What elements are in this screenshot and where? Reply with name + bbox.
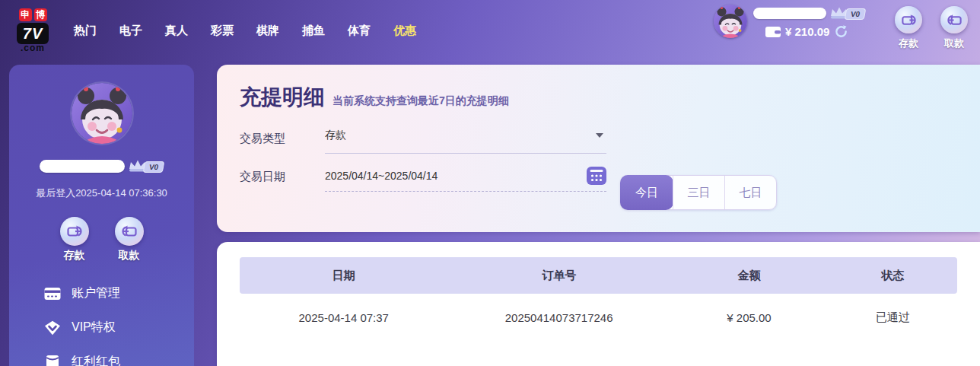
brand-badges: 申 博 <box>19 8 47 21</box>
date-range-value: 2025/04/14~2025/04/14 <box>325 170 438 182</box>
page-title: 充提明细 <box>240 83 325 112</box>
refresh-balance-icon[interactable] <box>834 24 848 39</box>
deposit-circle <box>60 217 89 246</box>
tab-seven-days[interactable]: 七日 <box>724 176 776 209</box>
sidebar-menu: 账户管理 VIP特权 红利红包 <box>9 285 194 366</box>
app-window: 申 博 7V .com 热门 电子 真人 彩票 棋牌 捕鱼 体育 优惠 <box>0 0 980 366</box>
nav-item-sports[interactable]: 体育 <box>336 16 382 46</box>
brand-logo[interactable]: 申 博 7V .com <box>8 8 58 53</box>
cell-date: 2025-04-14 07:37 <box>240 294 447 341</box>
withdraw-label: 取款 <box>944 37 964 50</box>
sidebar-item-label: 红利红包 <box>72 354 120 366</box>
sidebar-username-redacted <box>40 160 125 173</box>
page-subtitle: 当前系统支持查询最近7日的充提明细 <box>332 94 509 108</box>
vip-level-badge: V0 <box>845 8 867 20</box>
deposit-circle <box>895 6 922 33</box>
col-header-date: 日期 <box>240 257 447 294</box>
wallet-icon <box>765 26 781 38</box>
main-content: 充提明细 当前系统支持查询最近7日的充提明细 交易类型 存款 交易日期 2025… <box>217 65 980 366</box>
brand-name: 7V <box>17 23 49 44</box>
filter-panel: 充提明细 当前系统支持查询最近7日的充提明细 交易类型 存款 交易日期 2025… <box>217 65 980 232</box>
top-quick-actions: 存款 取款 <box>892 6 971 50</box>
sidebar-username-row: V0 <box>40 159 164 173</box>
deposit-button[interactable]: 存款 <box>892 6 925 50</box>
sidebar-item-vip-privilege[interactable]: VIP特权 <box>44 320 194 336</box>
nav-item-chess[interactable]: 棋牌 <box>245 16 291 46</box>
tab-today[interactable]: 今日 <box>620 175 673 210</box>
nav-item-slots[interactable]: 电子 <box>108 16 154 46</box>
deposit-label: 存款 <box>64 249 85 263</box>
user-info: V0 ¥ 210.09 <box>714 5 865 39</box>
sidebar-withdraw-button[interactable]: 取款 <box>113 217 146 263</box>
transaction-type-select[interactable]: 存款 <box>325 129 606 154</box>
nav-item-fishing[interactable]: 捕鱼 <box>291 16 336 46</box>
deposit-icon <box>66 223 83 240</box>
top-bar: 申 博 7V .com 热门 电子 真人 彩票 棋牌 捕鱼 体育 优惠 <box>0 0 980 61</box>
calendar-icon[interactable] <box>587 167 606 185</box>
vip-level-badge: V0 <box>143 161 165 173</box>
deposit-label: 存款 <box>899 37 918 50</box>
transaction-type-value: 存款 <box>325 129 346 142</box>
transaction-date-row: 交易日期 2025/04/14~2025/04/14 <box>240 167 980 205</box>
sidebar-deposit-button[interactable]: 存款 <box>58 217 91 263</box>
vip-diamond-icon <box>44 320 61 336</box>
last-login-text: 最后登入2025-04-14 07:36:30 <box>36 186 167 200</box>
withdraw-icon <box>121 223 138 240</box>
withdraw-button[interactable]: 取款 <box>937 6 971 50</box>
brand-badge-right: 博 <box>34 8 47 21</box>
nav-item-hot[interactable]: 热门 <box>62 16 108 46</box>
transaction-type-row: 交易类型 存款 <box>240 129 980 167</box>
records-panel: 日期 订单号 金额 状态 2025-04-14 07:37 2025041407… <box>217 242 980 366</box>
sidebar-item-label: 账户管理 <box>72 285 120 301</box>
deposit-icon <box>901 12 917 28</box>
filter-form: 交易类型 存款 交易日期 2025/04/14~2025/04/14 <box>240 129 980 205</box>
vip-crown-wrap: V0 <box>829 6 865 20</box>
avatar[interactable] <box>714 5 747 38</box>
nav-item-live[interactable]: 真人 <box>154 16 199 46</box>
date-range-input[interactable]: 2025/04/14~2025/04/14 <box>325 167 606 192</box>
table-header-row: 日期 订单号 金额 状态 <box>240 257 957 294</box>
sidebar-item-account-management[interactable]: 账户管理 <box>44 285 194 301</box>
username-redacted <box>753 8 826 19</box>
sidebar-vip-crown-wrap: V0 <box>128 159 164 173</box>
sidebar-item-bonus-redpacket[interactable]: 红利红包 <box>44 354 194 366</box>
withdraw-circle <box>940 6 968 33</box>
table-row[interactable]: 2025-04-14 07:37 20250414073717246 ¥ 205… <box>240 294 957 341</box>
transaction-date-label: 交易日期 <box>240 167 325 184</box>
cell-status: 已通过 <box>828 294 957 341</box>
nav-item-lottery[interactable]: 彩票 <box>199 16 245 46</box>
chevron-down-icon <box>596 133 603 138</box>
panel-header: 充提明细 当前系统支持查询最近7日的充提明细 <box>240 83 980 112</box>
withdraw-circle <box>115 217 144 246</box>
date-range-tabs: 今日 三日 七日 <box>620 175 777 210</box>
cell-amount: ¥ 205.00 <box>670 294 828 341</box>
records-table: 日期 订单号 金额 状态 2025-04-14 07:37 2025041407… <box>240 257 957 341</box>
main-nav: 热门 电子 真人 彩票 棋牌 捕鱼 体育 优惠 <box>62 16 428 46</box>
user-meta: V0 ¥ 210.09 <box>753 5 865 39</box>
balance-row: ¥ 210.09 <box>765 24 865 39</box>
brand-badge-left: 申 <box>19 8 32 21</box>
username-row: V0 <box>753 5 865 21</box>
withdraw-icon <box>947 12 963 28</box>
col-header-status: 状态 <box>828 257 957 294</box>
bank-card-icon <box>44 286 61 301</box>
nav-item-promo[interactable]: 优惠 <box>382 16 428 46</box>
balance-amount: ¥ 210.09 <box>785 25 829 38</box>
col-header-order-id: 订单号 <box>447 257 670 294</box>
sidebar-item-label: VIP特权 <box>72 320 116 336</box>
cell-order-id: 20250414073717246 <box>447 294 670 341</box>
brand-tld: .com <box>21 43 45 53</box>
red-packet-icon <box>44 355 61 366</box>
withdraw-label: 取款 <box>119 249 140 263</box>
col-header-amount: 金额 <box>670 257 828 294</box>
sidebar-avatar[interactable] <box>72 83 132 144</box>
sidebar-quick-actions: 存款 取款 <box>58 217 146 263</box>
sidebar: V0 最后登入2025-04-14 07:36:30 存款 取款 <box>9 65 194 366</box>
transaction-type-label: 交易类型 <box>240 129 325 146</box>
tab-three-days[interactable]: 三日 <box>673 176 724 209</box>
